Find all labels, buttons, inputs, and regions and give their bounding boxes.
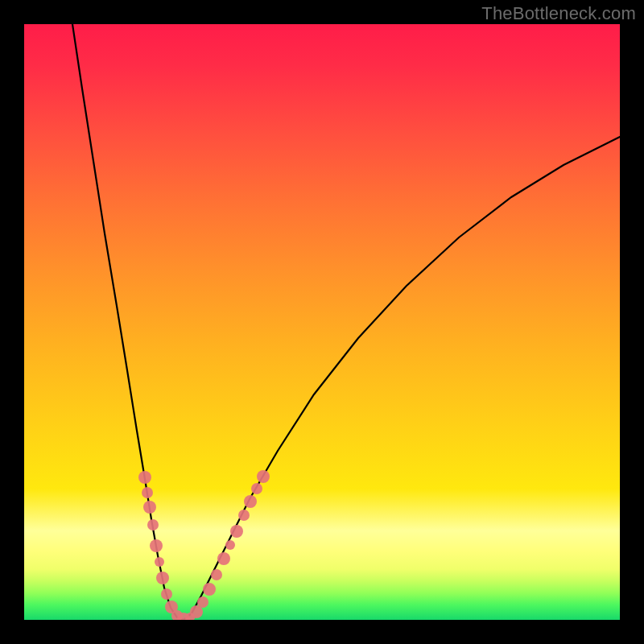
marker-dot: [211, 569, 222, 580]
marker-dot: [203, 583, 216, 596]
curve-left-branch: [72, 24, 184, 620]
marker-dot: [161, 588, 172, 600]
marker-dot: [238, 510, 250, 521]
curve-right-branch: [184, 137, 620, 620]
marker-dot: [155, 557, 164, 567]
marker-dot: [147, 519, 159, 530]
marker-dot: [230, 525, 243, 538]
marker-dot: [197, 597, 208, 608]
chart-frame: [24, 24, 620, 620]
marker-dot: [251, 483, 262, 494]
chart-curves: [24, 24, 620, 620]
marker-dot: [257, 470, 270, 483]
marker-dot: [142, 487, 153, 498]
marker-dot: [150, 539, 163, 552]
marker-dot: [143, 501, 156, 514]
marker-dot: [156, 572, 169, 584]
series-right-branch: [184, 137, 620, 620]
watermark-text: TheBottleneck.com: [481, 3, 636, 24]
highlight-markers: [138, 470, 270, 620]
marker-dot: [138, 471, 151, 484]
marker-dot: [225, 540, 235, 550]
series-left-branch: [72, 24, 184, 620]
marker-dot: [217, 552, 230, 565]
marker-dot: [244, 495, 257, 508]
